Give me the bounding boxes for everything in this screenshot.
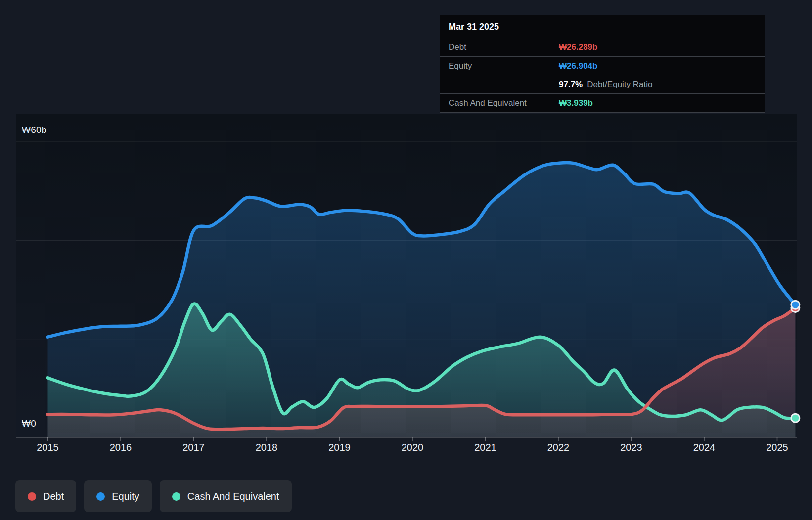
tooltip-cash-label: Cash And Equivalent [449,98,559,108]
tooltip-row-cash: Cash And Equivalent ₩3.939b [440,93,765,113]
legend-debt-label: Debt [43,491,64,502]
x-axis-label-2025: 2025 [766,442,788,453]
tooltip-equity-label: Equity [449,61,559,71]
legend-item-debt[interactable]: Debt [15,480,76,512]
tooltip-debt-label: Debt [449,43,559,52]
tooltip-row-debt: Debt ₩26.289b [440,38,765,56]
x-axis-label-2020: 2020 [402,442,424,453]
tooltip-row-equity: Equity ₩26.904b [440,56,765,75]
tooltip-debt-value: ₩26.289b [559,43,597,52]
tooltip-equity-value: ₩26.904b [559,61,597,71]
x-axis-label-2015: 2015 [37,442,59,453]
cash-and-equivalent-endpoint-marker [791,414,800,422]
equity-series-dot-icon [96,492,105,501]
tooltip-cash-value: ₩3.939b [559,98,593,108]
debt-series-dot-icon [28,492,36,501]
legend-item-equity[interactable]: Equity [84,480,152,512]
x-axis-label-2021: 2021 [474,442,496,453]
x-axis-label-2022: 2022 [547,442,570,453]
x-axis-label-2017: 2017 [182,442,205,453]
legend-cash-label: Cash And Equivalent [187,491,279,502]
x-axis-label-2018: 2018 [256,442,278,453]
equity-endpoint-marker [791,301,800,309]
x-axis-label-2023: 2023 [620,442,642,453]
legend-equity-label: Equity [112,491,139,502]
x-axis-label-2024: 2024 [693,442,716,453]
y-axis-label-60b: ₩60b [22,125,46,135]
tooltip-row-ratio: 97.7% Debt/Equity Ratio [440,75,765,93]
balance-sheet-history-chart: 2015201620172018201920202021202220232024… [0,0,812,520]
tooltip-ratio-label: Debt/Equity Ratio [587,80,652,89]
chart-tooltip: Mar 31 2025 Debt ₩26.289b Equity ₩26.904… [440,15,765,113]
tooltip-date: Mar 31 2025 [440,15,765,38]
y-axis-label-0: ₩0 [22,418,36,429]
x-axis-label-2019: 2019 [328,442,351,453]
cash-series-dot-icon [172,492,180,501]
chart-legend: Debt Equity Cash And Equivalent [15,480,292,512]
x-axis-label-2016: 2016 [110,442,132,453]
legend-item-cash[interactable]: Cash And Equivalent [160,480,292,512]
tooltip-ratio-value: 97.7% [559,80,583,89]
